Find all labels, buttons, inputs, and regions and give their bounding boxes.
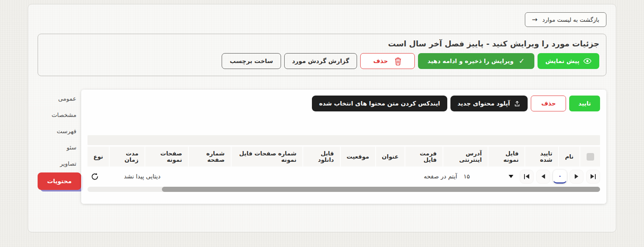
checkmark-icon: ✓ (519, 57, 525, 65)
sidebar-tab[interactable]: محتویات (38, 172, 81, 190)
delete-item-button[interactable]: حذف (360, 53, 415, 69)
triangle-left-icon (526, 174, 529, 179)
column-header: فایل نمونه (488, 147, 524, 167)
trash-icon (394, 57, 402, 65)
contents-actions: تایید حذف آپلود محتوای جدید ایندکس کردن … (87, 96, 600, 111)
contents-tab-panel: تایید حذف آپلود محتوای جدید ایندکس کردن … (81, 90, 606, 204)
column-header: فرمت فایل (405, 147, 443, 167)
pagination-controls: ۰ (520, 170, 600, 184)
save-and-continue-button[interactable]: ✓ ویرایش را ذخیره و ادامه دهید (418, 53, 534, 69)
upload-new-content-button[interactable]: آپلود محتوای جدید (450, 96, 528, 111)
table-header-row: نامتایید شدهفایل نمونهآدرس اینترنتیفرمت … (87, 147, 600, 167)
column-header: عنوان (376, 147, 405, 167)
scrollbar-thumb[interactable] (162, 187, 600, 192)
confirm-label: تایید (578, 100, 591, 107)
column-header: موقعیت (341, 147, 375, 167)
column-header: تایید شده (525, 147, 558, 167)
table-footer-row: ۰ ۱۵ آیتم در صفحه (87, 167, 600, 186)
sidebar-tabs: عمومیمشخصاتفهرستسئوتصاویرمحتویات (38, 90, 81, 190)
sidebar-tab[interactable]: مشخصات (38, 107, 81, 123)
column-header: نام (559, 147, 579, 167)
column-header: صفحات نمونه (145, 147, 188, 167)
select-all-checkbox[interactable] (587, 153, 594, 161)
arrow-right-icon: → (532, 16, 538, 23)
bar-icon (595, 174, 596, 179)
page-title: جزئیات مورد را ویرایش کنید - پاییز فصل آ… (45, 39, 599, 48)
previous-page-button[interactable] (536, 170, 550, 184)
select-all-cell (580, 147, 600, 167)
back-row: بازگشت به لیست موارد → (38, 12, 606, 27)
eye-icon (583, 58, 591, 64)
items-per-page-select[interactable]: ۱۵ (461, 173, 516, 180)
triangle-right-icon (591, 174, 594, 179)
circulation-report-button[interactable]: گزارش گردش مورد (284, 53, 357, 69)
upload-icon (514, 100, 521, 107)
empty-table-message: دیتایی پیدا نشد (124, 173, 160, 180)
triangle-left-icon (541, 174, 545, 179)
delete-content-label: حذف (541, 100, 556, 107)
back-to-list-label: بازگشت به لیست موارد (542, 17, 599, 23)
create-tag-button[interactable]: ساخت برچسب (222, 53, 281, 69)
delete-item-label: حذف (373, 57, 388, 65)
first-page-button[interactable] (520, 170, 534, 184)
save-and-continue-label: ویرایش را ذخیره و ادامه دهید (427, 57, 514, 65)
column-header: شماره صفحه (189, 147, 231, 167)
preview-label: پیش نمایش (545, 57, 579, 65)
preview-button[interactable]: پیش نمایش (538, 53, 599, 69)
confirm-button[interactable]: تایید (569, 96, 600, 111)
sidebar-tab[interactable]: سئو (38, 139, 81, 155)
items-per-page-label: آیتم در صفحه (424, 173, 457, 180)
upload-new-content-label: آپلود محتوای جدید (458, 100, 510, 107)
current-page-number: ۰ (558, 172, 562, 180)
last-page-button[interactable] (586, 170, 600, 184)
horizontal-scrollbar[interactable] (87, 187, 600, 192)
main-content-row: عمومیمشخصاتفهرستسئوتصاویرمحتویات تایید ح… (38, 90, 606, 204)
back-to-list-button[interactable]: بازگشت به لیست موارد → (525, 12, 606, 27)
current-page-button[interactable]: ۰ (553, 170, 567, 184)
table-column-headers: نامتایید شدهفایل نمونهآدرس اینترنتیفرمت … (87, 147, 579, 167)
sidebar-tab[interactable]: عمومی (38, 90, 81, 107)
refresh-button[interactable] (89, 171, 100, 182)
next-page-button[interactable] (570, 170, 583, 184)
sidebar-tab[interactable]: تصاویر (38, 155, 81, 172)
item-details-header: جزئیات مورد را ویرایش کنید - پاییز فصل آ… (38, 34, 606, 76)
refresh-icon (91, 172, 99, 181)
column-header: آدرس اینترنتی (443, 147, 488, 167)
caret-down-icon (509, 175, 513, 178)
bar-icon (524, 174, 525, 179)
main-panel: بازگشت به لیست موارد → جزئیات مورد را وی… (28, 4, 616, 232)
column-header: نوع (87, 147, 109, 167)
index-selected-content-button[interactable]: ایندکس کردن متن محتوا های انتخاب شده (312, 96, 447, 111)
column-header: قابل دانلود (303, 147, 340, 167)
triangle-right-icon (575, 174, 578, 179)
column-header: شماره صفحات فایل نمونه (232, 147, 303, 167)
delete-content-button[interactable]: حذف (531, 96, 566, 111)
table-top-strip (87, 135, 600, 145)
create-tag-label: ساخت برچسب (230, 57, 273, 65)
circulation-report-label: گزارش گردش مورد (292, 57, 349, 65)
sidebar-tab[interactable]: فهرست (38, 123, 81, 139)
contents-table: نامتایید شدهفایل نمونهآدرس اینترنتیفرمت … (87, 135, 600, 192)
column-header: مدت زمان (110, 147, 144, 167)
index-selected-content-label: ایندکس کردن متن محتوا های انتخاب شده (319, 100, 440, 107)
items-per-page-value: ۱۵ (464, 173, 470, 180)
header-actions: پیش نمایش ✓ ویرایش را ذخیره و ادامه دهید… (45, 53, 599, 69)
